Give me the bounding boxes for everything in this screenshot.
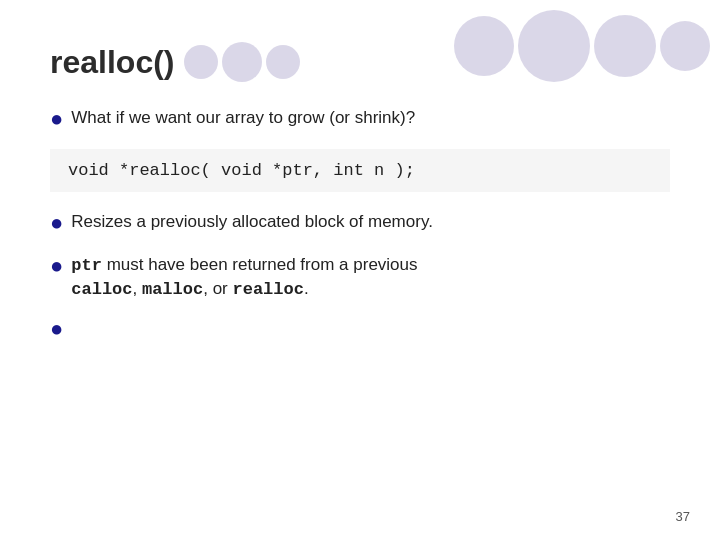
code-text: void *realloc( void *ptr, int n ); (68, 161, 415, 180)
bullet-3: ● ptr must have been returned from a pre… (50, 253, 670, 303)
decorative-circles-top-right (454, 10, 710, 82)
bullet-dot-4: ● (50, 314, 63, 345)
bullet-2-text: Resizes a previously allocated block of … (71, 210, 670, 234)
realloc-keyword: realloc (232, 280, 303, 299)
bullet-1-text: What if we want our array to grow (or sh… (71, 106, 670, 130)
bullet-4: ● (50, 316, 670, 345)
slide-title: realloc() (50, 44, 174, 81)
ptr-keyword: ptr (71, 256, 102, 275)
circle-4 (660, 21, 710, 71)
bullet-3-text: ptr must have been returned from a previ… (71, 253, 670, 303)
circle-1 (454, 16, 514, 76)
bullet-dot-1: ● (50, 104, 63, 135)
slide-number: 37 (676, 509, 690, 524)
circle-3 (594, 15, 656, 77)
circle-2 (518, 10, 590, 82)
title-circle-2 (222, 42, 262, 82)
bullet-2: ● Resizes a previously allocated block o… (50, 210, 670, 239)
calloc-keyword: calloc (71, 280, 132, 299)
code-block: void *realloc( void *ptr, int n ); (50, 149, 670, 192)
title-circle-1 (184, 45, 218, 79)
malloc-keyword: malloc (142, 280, 203, 299)
title-circle-3 (266, 45, 300, 79)
bullet-dot-2: ● (50, 208, 63, 239)
bullet-dot-3: ● (50, 251, 63, 282)
slide: realloc() ● What if we want our array to… (0, 0, 720, 540)
bullet-1: ● What if we want our array to grow (or … (50, 106, 670, 135)
